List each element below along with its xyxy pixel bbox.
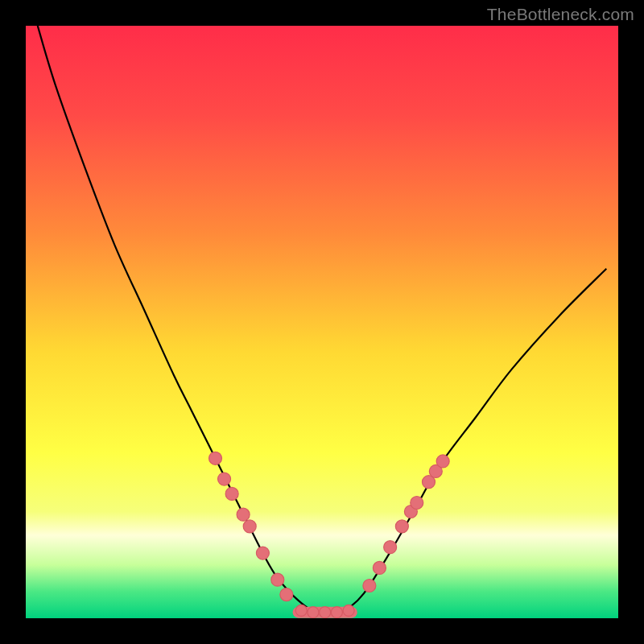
watermark-text: TheBottleneck.com [487,5,634,24]
chart-frame: TheBottleneck.com [0,0,644,644]
bottleneck-chart-canvas [26,26,618,618]
